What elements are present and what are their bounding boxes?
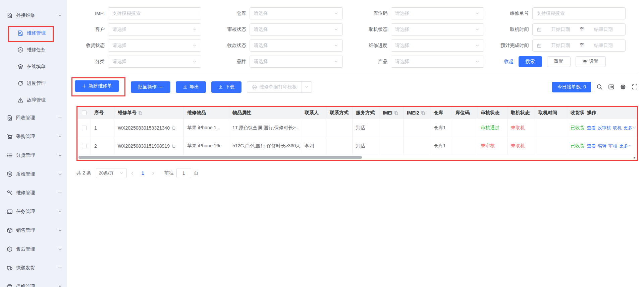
column-header-label: 取机时间 <box>538 110 557 116</box>
cell-item: 苹果 iPhone 16e <box>184 137 229 155</box>
column-header-contact_way: 联系方式 <box>326 107 353 119</box>
column-header-slot: 库位码 <box>452 107 477 119</box>
pickup-status-select[interactable]: 请选择 <box>391 23 484 35</box>
brand-select[interactable]: 请选择 <box>250 56 343 68</box>
sidebar-item[interactable]: 借机管理 <box>0 277 67 287</box>
search-button[interactable]: 搜索 <box>519 56 542 67</box>
audit-status-placeholder: 请选择 <box>254 26 334 32</box>
brand-placeholder: 请选择 <box>254 59 334 65</box>
sidebar-item[interactable]: 售后管理 <box>0 240 67 259</box>
cell-text: 1T,原色钛金属,国行,保修时长≥... <box>232 125 300 131</box>
today-order-count-button[interactable]: 今日接单数: 0 <box>552 82 591 92</box>
copy-icon[interactable] <box>394 111 398 115</box>
column-header-label: IMEI <box>383 110 392 116</box>
more-actions-link[interactable]: 更多 <box>619 143 632 149</box>
estimate-time-daterange[interactable]: 开始日期至结束日期 <box>532 40 626 52</box>
column-settings-icon[interactable] <box>608 84 614 90</box>
action-link[interactable]: 编辑 <box>598 143 606 149</box>
print-template-dropdown[interactable] <box>302 82 312 92</box>
copy-icon[interactable] <box>171 126 176 130</box>
task-card-icon <box>7 209 13 215</box>
action-link[interactable]: 取机 <box>613 125 622 131</box>
download-button[interactable]: 下载 <box>211 81 241 93</box>
chevron-down-icon <box>628 144 632 148</box>
truck-icon <box>7 265 13 271</box>
pickup-time-daterange[interactable]: 开始日期至结束日期 <box>532 23 626 35</box>
next-page-button[interactable] <box>148 168 159 178</box>
chevron-down-icon <box>334 27 338 32</box>
chevron-down-icon <box>475 11 480 16</box>
cell-text: 到店 <box>356 125 365 131</box>
settings-button[interactable]: 设置 <box>576 56 606 67</box>
category-select[interactable]: 请选择 <box>108 56 201 68</box>
cell-order_no: WX20250830151908919 <box>114 137 184 155</box>
select-all-checkbox[interactable] <box>82 111 87 115</box>
row-checkbox[interactable] <box>82 144 87 148</box>
cell-warehouse: 仓库1 <box>430 119 452 137</box>
sidebar-item[interactable]: 任务管理 <box>0 202 67 221</box>
warehouse-select[interactable]: 请选择 <box>250 7 343 19</box>
page-size-value: 20条/页 <box>99 170 114 176</box>
sidebar-item[interactable]: 质检管理 <box>0 165 67 184</box>
sidebar-item[interactable]: 外接维修 <box>0 6 67 25</box>
column-header-label: 序号 <box>94 110 104 116</box>
chevron-down-icon <box>305 85 309 89</box>
prev-page-button[interactable] <box>127 168 138 178</box>
sidebar-item-label: 售后管理 <box>16 246 35 252</box>
batch-operation-button[interactable]: 批量操作 <box>131 81 170 93</box>
customer-select[interactable]: 请选择 <box>108 23 201 35</box>
action-link[interactable]: 审核 <box>608 143 617 149</box>
goto-page-input[interactable]: 1 <box>176 168 191 178</box>
audit-status-select[interactable]: 请选择 <box>250 23 343 35</box>
more-actions-link[interactable]: 更多 <box>624 125 636 131</box>
print-template-button[interactable]: 维修单据打印模板 <box>247 82 302 92</box>
page-size-select[interactable]: 20条/页 <box>96 168 127 178</box>
product-select[interactable]: 请选择 <box>391 56 484 68</box>
scrollbar-right-arrow-icon[interactable]: ▸ <box>634 155 636 160</box>
fullscreen-icon[interactable] <box>632 84 638 90</box>
cell-slot <box>452 137 477 155</box>
chevron-down-icon <box>475 43 480 48</box>
repair-no-input[interactable]: 支持模糊搜索 <box>532 7 626 19</box>
reset-button[interactable]: 重置 <box>547 56 571 67</box>
sidebar-item[interactable]: 销售管理 <box>0 221 67 240</box>
receive-status-select[interactable]: 请选择 <box>108 40 201 52</box>
sidebar-item[interactable]: 在线填单 <box>0 58 67 75</box>
sidebar-item[interactable]: 故障管理 <box>0 92 67 109</box>
repair-no-label: 维修单号 <box>501 10 529 16</box>
sidebar-item[interactable]: A维修任务 <box>0 42 67 58</box>
slot-code-select[interactable]: 请选择 <box>391 7 484 19</box>
header-checkbox-cell <box>77 107 91 119</box>
copy-icon[interactable] <box>421 111 425 115</box>
sidebar-item[interactable]: 快递发货 <box>0 259 67 277</box>
collapse-link[interactable]: 收起 <box>504 59 514 65</box>
cell-text: 苹果 iPhone 1... <box>187 125 220 131</box>
column-header-pickup_time: 取机时间 <box>535 107 567 119</box>
column-header-label: 仓库 <box>434 110 443 116</box>
column-header-item: 维修物品 <box>184 107 229 119</box>
copy-icon[interactable] <box>171 144 176 148</box>
sidebar-item[interactable]: 回收管理 <box>0 109 67 127</box>
chevron-down-icon <box>633 126 636 130</box>
sidebar-item[interactable]: 维修管理 <box>0 25 67 42</box>
sidebar-item[interactable]: 采购管理 <box>0 127 67 146</box>
progress-select[interactable]: 请选择 <box>391 40 484 52</box>
action-link[interactable]: 反审核 <box>598 125 611 131</box>
sidebar-item[interactable]: 分货管理 <box>0 146 67 165</box>
action-link[interactable]: 查看 <box>587 125 596 131</box>
new-repair-order-button[interactable]: 新建维修单 <box>75 80 119 92</box>
search-icon[interactable] <box>596 84 603 90</box>
page-number-1[interactable]: 1 <box>138 170 148 176</box>
copy-icon[interactable] <box>138 111 143 115</box>
estimate-time-label: 预计完成时间 <box>501 43 529 49</box>
gear-icon[interactable] <box>620 84 626 90</box>
sidebar-item-label: 在线填单 <box>27 64 46 70</box>
export-button[interactable]: 导出 <box>176 81 206 93</box>
payment-status-select[interactable]: 请选择 <box>250 40 343 52</box>
imei-input[interactable]: 支持模糊搜索 <box>108 7 201 19</box>
scrollbar-thumb[interactable] <box>78 156 362 159</box>
row-checkbox[interactable] <box>82 126 87 130</box>
action-link[interactable]: 查看 <box>587 143 596 149</box>
sidebar-item[interactable]: 维修管理 <box>0 184 67 202</box>
sidebar-item[interactable]: 进度管理 <box>0 75 67 92</box>
